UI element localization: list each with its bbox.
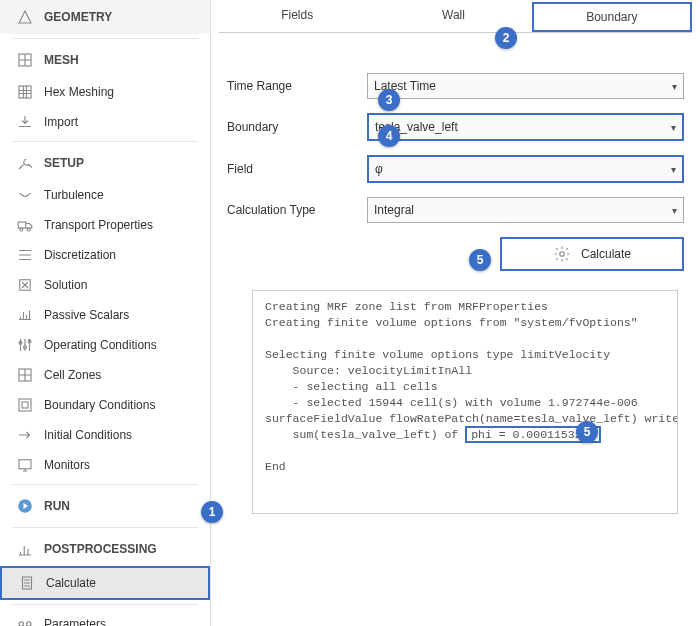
truck-icon — [16, 216, 34, 234]
svg-point-18 — [27, 622, 32, 626]
grid-icon — [16, 366, 34, 384]
log-line: - selecting all cells — [265, 380, 438, 393]
select-field[interactable]: φ ▾ — [367, 155, 684, 183]
label: Solution — [44, 278, 87, 292]
select-value: φ — [375, 162, 383, 176]
callout-1: 1 — [201, 501, 223, 523]
select-calc-type[interactable]: Integral ▾ — [367, 197, 684, 223]
svg-point-17 — [19, 622, 24, 626]
hex-icon — [16, 83, 34, 101]
log-line: Creating MRF zone list from MRFPropertie… — [265, 300, 548, 313]
sliders-icon — [16, 336, 34, 354]
svg-rect-3 — [18, 222, 26, 228]
label: Hex Meshing — [44, 85, 114, 99]
gear-icon — [553, 245, 571, 263]
chevron-down-icon: ▾ — [671, 122, 676, 133]
label: Boundary Conditions — [44, 398, 155, 412]
calculate-button[interactable]: Calculate — [500, 237, 684, 271]
svg-rect-11 — [19, 399, 31, 411]
log-line: Source: velocityLimitInAll — [265, 364, 472, 377]
scalars-icon — [16, 306, 34, 324]
svg-rect-2 — [19, 86, 31, 98]
svg-rect-13 — [19, 460, 31, 469]
label: Operating Conditions — [44, 338, 157, 352]
section-postprocessing[interactable]: POSTPROCESSING — [0, 532, 210, 566]
label: Initial Conditions — [44, 428, 132, 442]
svg-marker-0 — [19, 11, 31, 23]
log-line: Creating finite volume options from "sys… — [265, 316, 638, 329]
item-operating-conditions[interactable]: Operating Conditions — [0, 330, 210, 360]
log-line: sum(tesla_valve_left) of — [265, 428, 465, 441]
select-boundary[interactable]: tesla_valve_left ▾ — [367, 113, 684, 141]
label: Parameters — [44, 617, 106, 626]
output-log: Creating MRF zone list from MRFPropertie… — [252, 290, 678, 514]
label: Transport Properties — [44, 218, 153, 232]
section-setup[interactable]: SETUP — [0, 146, 210, 180]
label: GEOMETRY — [44, 10, 112, 24]
item-import[interactable]: Import — [0, 107, 210, 137]
divider — [12, 141, 198, 142]
label: POSTPROCESSING — [44, 542, 157, 556]
select-time-range[interactable]: Latest Time ▾ — [367, 73, 684, 99]
item-monitors[interactable]: Monitors — [0, 450, 210, 480]
callout-5: 5 — [576, 421, 598, 443]
label-field: Field — [227, 162, 367, 176]
mesh-icon — [16, 51, 34, 69]
item-hex-meshing[interactable]: Hex Meshing — [0, 77, 210, 107]
label: Turbulence — [44, 188, 104, 202]
item-boundary-conditions[interactable]: Boundary Conditions — [0, 390, 210, 420]
callout-2: 2 — [495, 27, 517, 49]
label: SETUP — [44, 156, 84, 170]
item-calculate[interactable]: Calculate — [0, 566, 210, 600]
tab-boundary[interactable]: Boundary — [532, 2, 692, 32]
label: Calculate — [46, 576, 96, 590]
item-initial-conditions[interactable]: Initial Conditions — [0, 420, 210, 450]
label: Discretization — [44, 248, 116, 262]
arrow-right-icon — [16, 426, 34, 444]
callout-5: 5 — [469, 249, 491, 271]
section-run[interactable]: RUN — [0, 489, 210, 523]
item-turbulence[interactable]: Turbulence — [0, 180, 210, 210]
svg-point-5 — [27, 228, 30, 231]
divider — [12, 527, 198, 528]
chevron-down-icon: ▾ — [671, 164, 676, 175]
svg-point-20 — [560, 252, 565, 257]
calculator-icon — [18, 574, 36, 592]
item-discretization[interactable]: Discretization — [0, 240, 210, 270]
discretization-icon — [16, 246, 34, 264]
label-calc-type: Calculation Type — [227, 203, 367, 217]
divider — [12, 604, 198, 605]
tab-fields[interactable]: Fields — [219, 2, 375, 32]
log-line: surfaceFieldValue flowRatePatch(name=tes… — [265, 412, 678, 425]
log-line: - selected 15944 cell(s) with volume 1.9… — [265, 396, 638, 409]
divider — [12, 38, 198, 39]
item-solution[interactable]: Solution — [0, 270, 210, 300]
label: Passive Scalars — [44, 308, 129, 322]
play-icon — [16, 497, 34, 515]
monitor-icon — [16, 456, 34, 474]
select-value: Integral — [374, 203, 414, 217]
chart-icon — [16, 540, 34, 558]
params-icon — [16, 615, 34, 626]
section-mesh[interactable]: MESH — [0, 43, 210, 77]
wrench-icon — [16, 154, 34, 172]
section-geometry[interactable]: GEOMETRY — [0, 0, 210, 34]
import-icon — [16, 113, 34, 131]
callout-4: 4 — [378, 125, 400, 147]
label-boundary: Boundary — [227, 120, 367, 134]
divider — [12, 484, 198, 485]
item-cell-zones[interactable]: Cell Zones — [0, 360, 210, 390]
log-line: End — [265, 460, 286, 473]
chevron-down-icon: ▾ — [672, 81, 677, 92]
button-label: Calculate — [581, 247, 631, 261]
turbulence-icon — [16, 186, 34, 204]
chevron-down-icon: ▾ — [672, 205, 677, 216]
boundary-icon — [16, 396, 34, 414]
item-passive-scalars[interactable]: Passive Scalars — [0, 300, 210, 330]
label: MESH — [44, 53, 79, 67]
item-transport[interactable]: Transport Properties — [0, 210, 210, 240]
shape-icon — [16, 8, 34, 26]
callout-3: 3 — [378, 89, 400, 111]
label: Monitors — [44, 458, 90, 472]
item-parameters[interactable]: Parameters — [0, 609, 210, 626]
